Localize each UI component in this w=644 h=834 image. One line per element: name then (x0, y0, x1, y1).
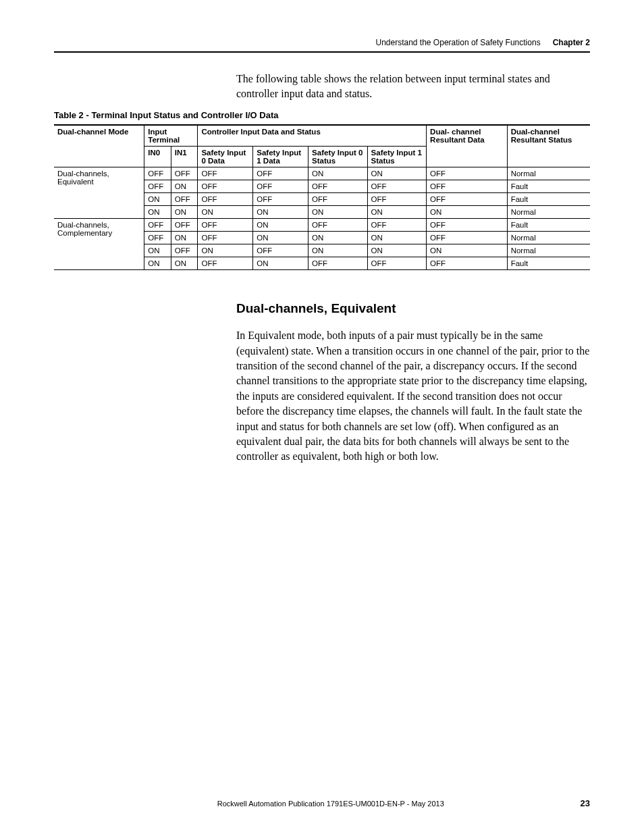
cell-in0: OFF (144, 180, 171, 193)
cell-s0s: ON (308, 232, 368, 244)
cell-rs: Normal (507, 244, 590, 257)
table-row: Dual-channels, ComplementaryOFFOFFOFFONO… (54, 219, 590, 232)
cell-rs: Normal (507, 167, 590, 180)
cell-rs: Normal (507, 232, 590, 244)
cell-rd: OFF (427, 180, 508, 193)
cell-s0s: OFF (308, 257, 368, 270)
cell-s1d: ON (253, 206, 308, 219)
cell-s0d: OFF (198, 193, 253, 206)
cell-s1d: OFF (253, 244, 308, 257)
cell-in1: OFF (171, 244, 198, 257)
page-footer: Rockwell Automation Publication 1791ES-U… (54, 798, 590, 808)
cell-s0s: ON (308, 206, 368, 219)
cell-s0s: OFF (308, 219, 368, 232)
cell-in0: OFF (144, 232, 171, 244)
header-section-title: Understand the Operation of Safety Funct… (375, 38, 540, 47)
cell-s1s: OFF (367, 193, 427, 206)
col-in1: IN1 (171, 147, 198, 167)
cell-in0: OFF (144, 219, 171, 232)
cell-rd: OFF (427, 193, 508, 206)
cell-in0: ON (144, 193, 171, 206)
cell-s1s: ON (367, 167, 427, 180)
cell-s1d: ON (253, 232, 308, 244)
cell-in0: ON (144, 244, 171, 257)
col-in0: IN0 (144, 147, 171, 167)
cell-s1d: ON (253, 257, 308, 270)
cell-s1d: OFF (253, 180, 308, 193)
cell-in0: ON (144, 257, 171, 270)
header-rule: Understand the Operation of Safety Funct… (54, 38, 590, 53)
cell-s0d: OFF (198, 180, 253, 193)
cell-rd: OFF (427, 167, 508, 180)
cell-rd: OFF (427, 232, 508, 244)
cell-rs: Fault (507, 180, 590, 193)
col-controller: Controller Input Data and Status (198, 125, 427, 147)
col-s0d: Safety Input 0 Data (198, 147, 253, 167)
footer-publication: Rockwell Automation Publication 1791ES-U… (81, 800, 581, 808)
cell-s0d: ON (198, 206, 253, 219)
cell-in1: ON (171, 232, 198, 244)
cell-rs: Fault (507, 219, 590, 232)
cell-s0d: OFF (198, 257, 253, 270)
cell-s1s: ON (367, 244, 427, 257)
col-dc-result-status: Dual-channel Resultant Status (507, 125, 590, 167)
mode-cell: Dual-channels, Complementary (54, 219, 144, 270)
cell-in1: OFF (171, 167, 198, 180)
table-row: Dual-channels, EquivalentOFFOFFOFFOFFONO… (54, 167, 590, 180)
cell-s0d: OFF (198, 232, 253, 244)
cell-in0: ON (144, 206, 171, 219)
col-s0s: Safety Input 0 Status (308, 147, 368, 167)
cell-in1: ON (171, 206, 198, 219)
cell-s1s: ON (367, 232, 427, 244)
cell-s0s: ON (308, 244, 368, 257)
cell-rs: Fault (507, 193, 590, 206)
col-dc-result-data: Dual- channel Resultant Data (427, 125, 508, 167)
cell-s1d: OFF (253, 193, 308, 206)
cell-in1: ON (171, 180, 198, 193)
intro-paragraph: The following table shows the relation b… (236, 72, 590, 101)
cell-s0d: OFF (198, 219, 253, 232)
cell-in1: ON (171, 257, 198, 270)
cell-s0s: ON (308, 167, 368, 180)
cell-rs: Normal (507, 206, 590, 219)
cell-s1d: ON (253, 219, 308, 232)
io-data-table: Dual-channel Mode Input Terminal Control… (54, 124, 590, 270)
cell-s1s: OFF (367, 180, 427, 193)
col-s1d: Safety Input 1 Data (253, 147, 308, 167)
cell-rd: ON (427, 206, 508, 219)
section-heading: Dual-channels, Equivalent (236, 301, 590, 316)
cell-rd: OFF (427, 257, 508, 270)
cell-rs: Fault (507, 257, 590, 270)
header-chapter: Chapter 2 (553, 38, 590, 47)
col-s1s: Safety Input 1 Status (367, 147, 427, 167)
cell-rd: ON (427, 244, 508, 257)
cell-s1d: OFF (253, 167, 308, 180)
cell-in0: OFF (144, 167, 171, 180)
cell-s0d: ON (198, 244, 253, 257)
cell-s0d: OFF (198, 167, 253, 180)
cell-s1s: ON (367, 206, 427, 219)
footer-page-number: 23 (581, 798, 590, 808)
col-mode: Dual-channel Mode (54, 125, 144, 167)
cell-s0s: OFF (308, 180, 368, 193)
mode-cell: Dual-channels, Equivalent (54, 167, 144, 219)
cell-s1s: OFF (367, 219, 427, 232)
cell-s1s: OFF (367, 257, 427, 270)
cell-s0s: OFF (308, 193, 368, 206)
cell-in1: OFF (171, 193, 198, 206)
section-body: In Equivalent mode, both inputs of a pai… (236, 328, 590, 465)
table-caption: Table 2 - Terminal Input Status and Cont… (54, 110, 590, 120)
col-input-terminal: Input Terminal (144, 125, 198, 147)
cell-in1: OFF (171, 219, 198, 232)
cell-rd: OFF (427, 219, 508, 232)
